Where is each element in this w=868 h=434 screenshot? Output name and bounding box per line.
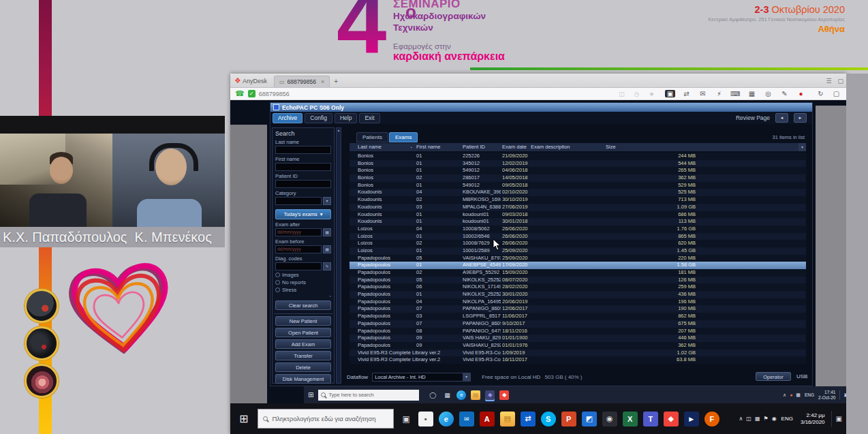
exam-row[interactable]: Papadopoulos 05 VAISHAKU_87974 25/09/202…	[350, 255, 806, 262]
onedrive-icon[interactable]: ◫	[746, 416, 751, 422]
exam-after-input[interactable]: dd/mm/yyyy	[275, 228, 322, 236]
exam-row[interactable]: Loizos 01 10002/6546 26/06/2020 865 MB	[350, 233, 806, 241]
exam-row[interactable]: Koudounis 04 KBOUVAKE_39652 02/10/2020 5…	[350, 189, 806, 196]
edge-icon[interactable]: e	[456, 390, 466, 400]
exam-row[interactable]: Koudounis 02 MBRKOSO_16985 30/10/2019 71…	[350, 196, 806, 204]
exam-row[interactable]: Papadopoulos 07 PAPANIGO_86098 12/06/201…	[350, 305, 806, 313]
col-first-name[interactable]: First name	[416, 143, 440, 151]
keyboard-icon[interactable]: ⌨	[730, 90, 741, 97]
exam-row[interactable]: Papadopoulos 06 NIKOLKS_17149 28/02/2020…	[350, 283, 806, 291]
exam-row[interactable]: Papadopoulos 07 PAPANIGO_86098 9/10/2017…	[350, 320, 806, 328]
next-page-button[interactable]: ►	[794, 113, 807, 123]
vpn-icon[interactable]: ◎	[763, 90, 773, 97]
diag-codes-input[interactable]	[275, 262, 322, 270]
prev-page-button[interactable]: ◄	[775, 113, 788, 123]
hidden-icons-chevron[interactable]: ∧	[783, 392, 786, 398]
exam-row[interactable]: Papadopoulos 05 NIKOLKS_25252 08/07/2020…	[350, 277, 806, 284]
tab-exams[interactable]: Exams	[389, 132, 418, 142]
col-patient-id[interactable]: Patient ID	[463, 143, 485, 151]
powerpoint-icon[interactable]: P	[561, 412, 576, 427]
patient-action-button[interactable]: New Patient	[275, 316, 331, 326]
panel-options-icon[interactable]: ▫	[275, 294, 331, 298]
hidden-icons-chevron[interactable]: ∧	[739, 416, 743, 422]
menu-item[interactable]: Help	[335, 113, 357, 123]
exam-row[interactable]: Vivid E95-R3 Complete Library ver.2 Vivi…	[350, 350, 806, 357]
file-explorer-icon[interactable]: ▤	[500, 412, 515, 427]
exam-row[interactable]: Bonios 01 549012 09/05/2018 529 MB	[350, 182, 806, 189]
favorites-star-icon[interactable]: ★	[647, 91, 657, 97]
monitor-active-icon[interactable]: ▣	[665, 90, 675, 97]
network-icon[interactable]: ▦	[755, 416, 760, 422]
menu-item[interactable]: Archive	[273, 113, 303, 123]
exam-row[interactable]: Loizos 01 10001/2589 25/09/2020 1.45 GB	[350, 247, 806, 255]
exam-row[interactable]: Papadopoulos 03 LSGPPRL_85179 11/06/2017…	[350, 313, 806, 320]
action-center-icon[interactable]: ▣	[831, 411, 842, 427]
exam-row[interactable]: Papadopoulos 01 NIKOLKS_25252 30/01/2020…	[350, 291, 806, 298]
password-app-icon[interactable]: •	[418, 412, 433, 427]
photos-icon[interactable]: ◩	[582, 412, 597, 427]
obs-icon[interactable]: ◉	[602, 412, 617, 427]
exam-row[interactable]: Bonios 01 345012 12/02/2019 544 MB	[350, 160, 806, 168]
panel-scrollbar[interactable]: ▲	[336, 127, 341, 384]
file-explorer-icon[interactable]: ▤	[471, 390, 480, 400]
exam-row[interactable]: Papadopoulos 09 VAISHAKU_82924 01/01/197…	[350, 342, 806, 350]
operator-button[interactable]: Operator	[756, 372, 791, 381]
header-scroll-icon[interactable]: ▾	[799, 143, 806, 151]
exam-row[interactable]: Papadopoulos 04 NIKOLPA_16495 20/06/2019…	[350, 298, 806, 306]
col-exam-date[interactable]: Exam date	[502, 143, 527, 151]
audio-icon[interactable]: ◫	[617, 91, 627, 97]
first-name-input[interactable]	[275, 163, 331, 171]
chat-icon[interactable]: ✉	[698, 90, 708, 97]
host-search-box[interactable]: Πληκτρολογήστε εδώ για αναζήτηση	[258, 409, 394, 429]
patient-id-input[interactable]	[275, 180, 331, 188]
exam-after-calendar-icon[interactable]: ▦	[323, 228, 331, 236]
whiteboard-icon[interactable]: ✎	[779, 90, 790, 97]
teamviewer-icon[interactable]: ⇄	[521, 412, 536, 427]
exam-before-calendar-icon[interactable]: ▦	[323, 245, 331, 253]
display-icon[interactable]: ▦	[747, 90, 757, 97]
exam-row[interactable]: Vivid E95-R3 Complete Library ver.2 Vivi…	[350, 356, 806, 364]
anydesk-tray-icon[interactable]: ●	[790, 392, 792, 397]
remote-language-indicator[interactable]: ENG	[805, 392, 814, 397]
connect-phone-icon[interactable]: ☎	[235, 89, 245, 98]
session-tab[interactable]: ▭ 688799856 ×	[274, 76, 330, 87]
defender-icon[interactable]: ⚑	[763, 416, 768, 422]
menu-item[interactable]: Exit	[359, 113, 379, 123]
diag-codes-edit-icon[interactable]: ✎	[323, 262, 331, 270]
remote-start-button[interactable]: ⊞	[308, 391, 313, 399]
refresh-icon[interactable]: ↻	[816, 90, 826, 97]
exam-row[interactable]: Koudounis 01 koudouni01 30/01/2018 113 M…	[350, 218, 806, 226]
remote-clock[interactable]: 17:41 2-Oct-20	[818, 390, 835, 401]
new-tab-button[interactable]: +	[334, 78, 338, 85]
patient-action-button[interactable]: Delete	[275, 362, 331, 372]
fullscreen-icon[interactable]: ▢	[831, 90, 841, 97]
exam-row[interactable]: Koudounis 01 koudouni01 09/03/2018 686 M…	[350, 211, 806, 219]
exam-row[interactable]: Bonios 01 225226 21/09/2020 244 MB	[350, 153, 806, 160]
taskview-icon[interactable]: ▦	[442, 390, 452, 400]
exam-before-input[interactable]: dd/mm/yyyy	[275, 245, 322, 253]
record-icon[interactable]: ●	[796, 90, 806, 97]
menu-item[interactable]: Config	[305, 113, 332, 123]
exam-row[interactable]: Bonios 02 286017 14/05/2018 362 MB	[350, 174, 806, 182]
start-button[interactable]: ⊞	[239, 412, 248, 425]
search-checkbox[interactable]: No reports	[275, 279, 331, 285]
network-icon[interactable]: ▦	[796, 392, 801, 398]
actions-icon[interactable]: ⚡	[714, 90, 724, 97]
remote-search-box[interactable]: Type here to search	[318, 390, 419, 401]
col-size[interactable]: Size	[606, 143, 616, 151]
exam-row[interactable]: Papadopoulos 09 VAIS HAKU_82924 01/01/19…	[350, 335, 806, 342]
maximize-icon[interactable]: ▢	[837, 78, 843, 84]
search-checkbox[interactable]: Stress	[275, 287, 331, 293]
file-transfer-icon[interactable]: ⇄	[681, 90, 692, 97]
patient-action-button[interactable]: Disk Management	[275, 374, 331, 384]
dataflow-select[interactable]: Local Archive - Int. HD ▾	[372, 373, 471, 382]
patient-action-button[interactable]: Open Patient	[275, 328, 331, 337]
cortana-icon[interactable]: ◯	[428, 390, 437, 400]
tab-patients[interactable]: Patients	[356, 132, 388, 142]
col-last-name[interactable]: Last name	[358, 143, 382, 151]
edge-icon[interactable]: e	[439, 412, 454, 427]
echopac-app-icon[interactable]: ◆	[485, 390, 495, 400]
mail-icon[interactable]: ✉	[459, 412, 474, 427]
skype-icon[interactable]: S	[541, 412, 556, 427]
task-view-icon[interactable]: ▣	[402, 414, 409, 424]
